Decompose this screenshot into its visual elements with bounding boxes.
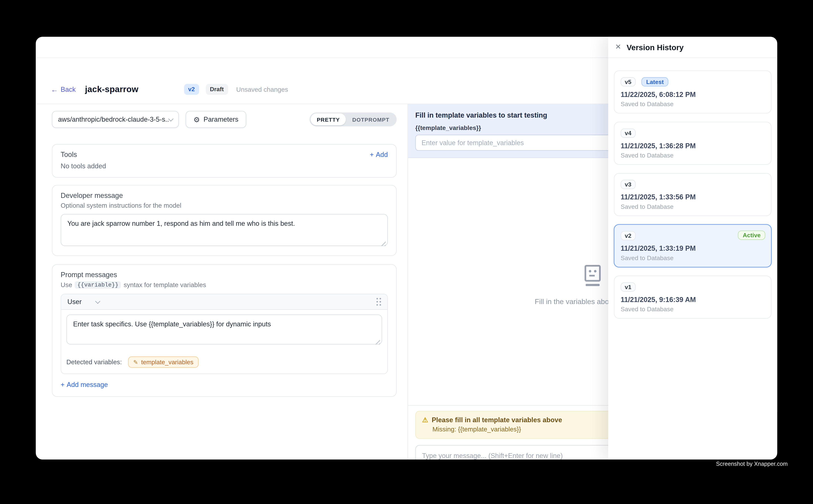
back-button[interactable]: ← Back bbox=[51, 85, 76, 93]
toggle-pretty[interactable]: PRETTY bbox=[311, 114, 346, 126]
version-badge: v2 bbox=[184, 84, 199, 95]
variable-syntax-chip: {{variable}} bbox=[75, 281, 121, 289]
version-date: 11/21/2025, 1:33:56 PM bbox=[621, 193, 765, 201]
plus-icon: + bbox=[61, 381, 64, 388]
unsaved-changes-label: Unsaved changes bbox=[236, 86, 288, 93]
role-select[interactable]: User bbox=[67, 298, 100, 306]
version-saved-status: Saved to Database bbox=[621, 203, 765, 210]
add-message-button[interactable]: + Add message bbox=[61, 381, 108, 388]
watermark-text: Screenshot by Xnapper.com bbox=[716, 461, 788, 467]
user-message-textarea[interactable]: Enter task specifics. Use {{template_var… bbox=[66, 314, 382, 344]
drag-handle-icon[interactable] bbox=[376, 298, 378, 299]
active-badge: Active bbox=[738, 231, 765, 240]
chevron-down-icon bbox=[168, 116, 173, 121]
version-history-title: Version History bbox=[627, 43, 684, 52]
detected-variables-row: Detected variables: ✎ template_variables bbox=[61, 352, 387, 373]
draft-badge: Draft bbox=[206, 84, 228, 95]
detected-variables-label: Detected variables: bbox=[66, 359, 122, 366]
version-number-badge: v5 bbox=[621, 77, 636, 87]
version-card-v3[interactable]: v3 11/21/2025, 1:33:56 PM Saved to Datab… bbox=[614, 173, 771, 216]
version-saved-status: Saved to Database bbox=[621, 306, 765, 313]
pencil-icon: ✎ bbox=[133, 359, 138, 365]
version-saved-status: Saved to Database bbox=[621, 254, 765, 262]
tools-card: Tools + Add No tools added bbox=[52, 144, 397, 178]
no-tools-text: No tools added bbox=[61, 162, 388, 170]
add-tool-label: Add bbox=[376, 151, 388, 159]
version-number-badge: v3 bbox=[621, 180, 636, 189]
version-history-header: × Version History bbox=[608, 37, 777, 58]
hint-prefix: Use bbox=[61, 281, 72, 289]
version-card-v1[interactable]: v1 11/21/2025, 9:16:39 AM Saved to Datab… bbox=[614, 276, 771, 319]
developer-message-subtitle: Optional system instructions for the mod… bbox=[61, 202, 388, 209]
version-saved-status: Saved to Database bbox=[621, 152, 765, 159]
model-select-value: aws/anthropic/bedrock-claude-3-5-s... bbox=[58, 116, 169, 123]
version-date: 11/21/2025, 9:16:39 AM bbox=[621, 296, 765, 304]
parameters-button[interactable]: ⚙ Parameters bbox=[186, 111, 246, 128]
developer-message-card: Developer message Optional system instru… bbox=[52, 185, 397, 256]
version-number-badge: v2 bbox=[621, 231, 636, 241]
version-date: 11/21/2025, 1:33:19 PM bbox=[621, 244, 765, 252]
warning-icon: ⚠ bbox=[422, 416, 428, 423]
message-header: User bbox=[61, 294, 387, 310]
stage: ← Back jack-sparrow v2 Draft Unsaved cha… bbox=[0, 0, 813, 504]
version-card-v4[interactable]: v4 11/21/2025, 1:36:28 PM Saved to Datab… bbox=[614, 122, 771, 165]
prompt-messages-card: Prompt messages Use {{variable}} syntax … bbox=[52, 264, 397, 397]
model-select[interactable]: aws/anthropic/bedrock-claude-3-5-s... bbox=[52, 111, 179, 128]
version-history-panel: × Version History v5 Latest 11/22/2025, … bbox=[608, 37, 777, 460]
role-select-value: User bbox=[67, 298, 82, 306]
version-card-v2[interactable]: v2 Active 11/21/2025, 1:33:19 PM Saved t… bbox=[614, 224, 771, 267]
developer-message-textarea[interactable]: You are jack sparrow number 1, respond a… bbox=[61, 214, 388, 246]
version-number-badge: v4 bbox=[621, 128, 636, 138]
tools-title: Tools bbox=[61, 151, 77, 159]
version-date: 11/21/2025, 1:36:28 PM bbox=[621, 142, 765, 150]
add-message-label: Add message bbox=[67, 381, 108, 388]
version-list: v5 Latest 11/22/2025, 6:08:12 PM Saved t… bbox=[608, 58, 777, 318]
model-toolbar: aws/anthropic/bedrock-claude-3-5-s... ⚙ … bbox=[52, 111, 397, 128]
app-window: ← Back jack-sparrow v2 Draft Unsaved cha… bbox=[36, 37, 777, 460]
back-label: Back bbox=[61, 85, 76, 93]
back-arrow-icon: ← bbox=[51, 86, 58, 93]
view-mode-toggle: PRETTY DOTPROMPT bbox=[310, 112, 397, 126]
template-variable-chip[interactable]: ✎ template_variables bbox=[128, 356, 198, 368]
chevron-down-icon bbox=[95, 298, 100, 304]
version-saved-status: Saved to Database bbox=[621, 100, 765, 108]
hint-suffix: syntax for template variables bbox=[124, 281, 206, 289]
template-variable-name: template_variables bbox=[141, 359, 193, 366]
bot-icon bbox=[584, 265, 601, 287]
toggle-dotprompt[interactable]: DOTPROMPT bbox=[346, 114, 396, 126]
page-title: jack-sparrow bbox=[85, 84, 138, 94]
gear-icon: ⚙ bbox=[193, 116, 200, 123]
developer-message-title: Developer message bbox=[61, 192, 388, 199]
message-block: User Enter task specifics. Use {{templat… bbox=[61, 294, 388, 374]
latest-badge: Latest bbox=[642, 77, 669, 87]
warning-title: Please fill in all template variables ab… bbox=[432, 416, 562, 424]
prompt-editor-panel: aws/anthropic/bedrock-claude-3-5-s... ⚙ … bbox=[36, 104, 408, 460]
close-icon[interactable]: × bbox=[616, 42, 621, 51]
version-card-v5[interactable]: v5 Latest 11/22/2025, 6:08:12 PM Saved t… bbox=[614, 71, 771, 114]
parameters-label: Parameters bbox=[204, 116, 239, 123]
version-number-badge: v1 bbox=[621, 282, 636, 292]
template-syntax-hint: Use {{variable}} syntax for template var… bbox=[61, 281, 388, 289]
prompt-messages-title: Prompt messages bbox=[61, 271, 388, 279]
version-date: 11/22/2025, 6:08:12 PM bbox=[621, 91, 765, 98]
plus-icon: + bbox=[370, 151, 374, 159]
add-tool-button[interactable]: + Add bbox=[370, 151, 388, 159]
